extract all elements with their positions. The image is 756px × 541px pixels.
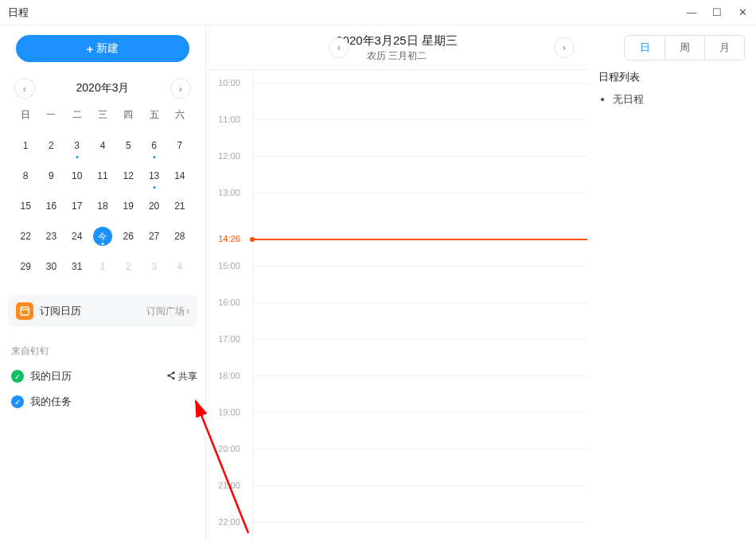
subscribe-calendar[interactable]: 订阅日历 订阅广场 › [8,295,197,327]
mini-cal-day[interactable]: 3 [64,136,90,155]
mini-cal-day[interactable]: 4 [167,257,193,276]
mini-cal-day[interactable]: 20 [141,197,166,216]
maximize-icon[interactable]: ☐ [711,6,723,18]
now-time-label: 14:26 [206,234,252,243]
hour-row: 16:00 [206,302,587,339]
hour-label: 15:00 [206,261,252,270]
mini-cal-day[interactable]: 12 [115,166,141,185]
hour-row: 15:00 [206,266,587,302]
mini-cal-day[interactable]: 6 [141,136,166,155]
mini-cal-day[interactable]: 8 [13,166,38,185]
tab-week[interactable]: 周 [664,36,704,60]
calendar-item[interactable]: ✓我的日历共享 [8,369,197,383]
mini-cal-day[interactable]: 24 [64,227,90,246]
now-line [252,239,587,240]
hour-row: 19:00 [206,412,587,449]
share-icon [166,371,176,383]
mini-cal-dow: 日 [13,108,38,122]
mini-cal-day[interactable]: 10 [64,166,90,185]
hour-row: 10:00 [206,83,587,119]
day-next[interactable]: › [554,37,575,58]
mini-cal-prev[interactable]: ‹ [14,78,35,99]
from-dingtalk-label: 来自钉钉 [8,344,197,358]
mini-cal-day[interactable]: 26 [115,227,141,246]
mini-cal-day[interactable]: 21 [167,197,193,216]
mini-cal-dow: 二 [64,108,90,122]
new-event-button[interactable]: + 新建 [16,35,189,62]
subscribe-label: 订阅日历 [40,304,81,318]
mini-cal-day[interactable]: 28 [167,227,193,246]
mini-cal-next[interactable]: › [170,78,191,99]
mini-cal-day[interactable]: 13 [141,166,166,185]
sidebar: + 新建 ‹ 2020年3月 › 日一二三四五六1234567891011121… [0,25,205,541]
hour-label: 21:00 [206,481,252,490]
agenda-empty: 无日程 [613,92,745,107]
calendar-label: 我的任务 [30,395,72,409]
close-icon[interactable]: ✕ [737,6,748,18]
mini-cal-dow: 一 [38,108,64,122]
window-controls: — ☐ ✕ [686,6,748,18]
minimize-icon[interactable]: — [686,6,697,18]
mini-cal-day[interactable]: 2 [115,257,141,276]
mini-cal-day[interactable]: 7 [167,136,193,155]
svg-line-6 [170,376,172,377]
hour-row: 17:00 [206,339,587,376]
mini-cal-day[interactable]: 3 [141,257,166,276]
hour-label: 11:00 [206,115,252,124]
hour-row: 13:00 [206,193,587,229]
agenda-panel: 日程列表 无日程 [587,25,756,541]
mini-cal-day[interactable]: 18 [90,197,115,216]
mini-cal-day[interactable]: 31 [64,257,90,276]
mini-cal-day[interactable]: 4 [90,136,115,155]
hour-label: 13:00 [206,188,252,197]
mini-cal-day[interactable]: 17 [64,197,90,216]
mini-cal-day[interactable]: 23 [38,227,64,246]
calendar-checked-icon: ✓ [11,395,24,408]
plus-icon: + [87,42,94,56]
hour-label: 18:00 [206,371,252,380]
hour-label: 16:00 [206,298,252,307]
mini-calendar: ‹ 2020年3月 › 日一二三四五六123456789101112131415… [8,73,197,281]
mini-cal-day[interactable]: 30 [38,257,64,276]
mini-cal-day[interactable]: 19 [115,197,141,216]
hour-label: 20:00 [206,444,252,453]
svg-rect-0 [21,307,29,315]
new-event-label: 新建 [96,41,119,56]
hour-row: 20:00 [206,449,587,485]
mini-cal-day[interactable]: 29 [13,257,38,276]
mini-cal-day[interactable]: 5 [115,136,141,155]
mini-cal-day[interactable]: 9 [38,166,64,185]
chevron-right-icon: › [186,306,189,317]
mini-cal-day[interactable]: 27 [141,227,166,246]
day-prev[interactable]: ‹ [329,37,349,58]
timeline[interactable]: 10:0011:0012:0013:0014:2615:0016:0017:00… [206,70,587,541]
mini-cal-day[interactable]: 2 [38,136,64,155]
hour-row: 12:00 [206,156,587,193]
calendar-item[interactable]: ✓我的任务 [8,395,197,409]
hour-label: 17:00 [206,334,252,344]
hour-label: 10:00 [206,78,252,88]
mini-cal-day[interactable]: 22 [13,227,38,246]
day-header: ‹ 2020年3月25日 星期三 农历 三月初二 › [205,25,587,70]
svg-line-5 [170,373,172,375]
mini-cal-day[interactable]: 11 [90,166,115,185]
hour-label: 12:00 [206,151,252,161]
mini-cal-day[interactable]: 今 [90,227,115,246]
mini-cal-day[interactable]: 1 [13,136,38,155]
mini-cal-dow: 三 [90,108,115,122]
mini-cal-day[interactable]: 16 [38,197,64,216]
day-title: 2020年3月25日 星期三 [336,33,458,49]
window-title: 日程 [8,6,29,20]
subscribe-market[interactable]: 订阅广场 › [146,305,189,318]
mini-cal-dow: 五 [141,108,166,122]
mini-cal-dow: 六 [167,108,193,122]
share-button[interactable]: 共享 [166,370,197,383]
tab-day[interactable]: 日 [625,36,664,60]
mini-cal-day[interactable]: 15 [13,197,38,216]
mini-cal-day[interactable]: 1 [90,257,115,276]
mini-cal-day[interactable]: 14 [167,166,193,185]
mini-cal-dow: 四 [115,108,141,122]
subscribe-icon [16,302,33,320]
day-lunar: 农历 三月初二 [336,49,458,62]
tab-month[interactable]: 月 [704,36,744,60]
